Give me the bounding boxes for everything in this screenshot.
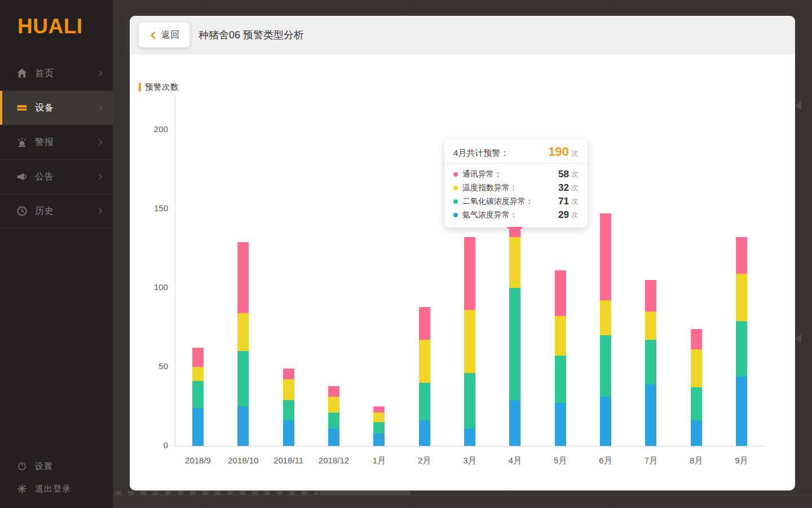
chart-tooltip: 4月共计预警： 190 次 通讯异常：58次温度指数异常：32次二氧化碳浓度异常… [444,139,588,227]
sidebar-menu: 首页设备警报公告历史 [0,56,113,229]
bar-segment[interactable] [328,386,339,397]
bar-segment[interactable] [328,413,339,428]
bar-segment[interactable] [419,421,430,446]
sidebar-item-label: 设备 [35,102,54,114]
tooltip-row-label: 温度指数异常： [462,183,558,193]
tooltip-total-unit: 次 [571,148,579,159]
x-axis-label: 6月 [583,456,628,466]
bar-segment[interactable] [691,349,702,387]
y-axis-label: 0 [134,440,168,450]
bar-segment[interactable] [464,237,475,310]
tooltip-row-unit: 次 [571,169,579,179]
bar-segment[interactable] [419,340,430,383]
legend-dot [453,186,458,190]
sidebar-item-logout[interactable]: 退出登录 [0,478,113,500]
gear-icon [17,484,27,494]
sidebar-item-label: 首页 [35,68,54,80]
sidebar-item-label: 警报 [35,137,54,148]
bar-segment[interactable] [509,288,520,400]
bar-segment[interactable] [237,242,249,313]
bar-segment[interactable] [419,383,430,421]
bar-segment[interactable] [283,400,294,421]
bar-segment[interactable] [373,433,385,446]
bar-segment[interactable] [600,213,611,300]
sidebar-item-home[interactable]: 首页 [0,56,113,91]
bar-segment[interactable] [645,280,656,312]
chevron-right-icon [96,207,105,216]
x-axis-label: 4月 [492,456,537,466]
tooltip-row-label: 二氧化碳浓度异常： [462,196,558,207]
power-icon [17,461,27,471]
bar-segment[interactable] [283,379,294,400]
legend-dot [453,172,458,177]
background-arrow-marker [795,334,801,343]
app-root: HUALI 首页设备警报公告历史 设置退出登录 返回 种猪舍06 预警类型分析 … [0,0,812,508]
legend-dot [453,213,458,217]
tooltip-header: 4月共计预警： 190 次 [444,139,588,164]
x-axis-line [174,446,764,446]
sidebar: HUALI 首页设备警报公告历史 设置退出登录 [0,0,113,508]
x-axis-label: 8月 [674,456,719,466]
bar-segment[interactable] [509,400,520,446]
bar-segment[interactable] [736,376,747,446]
bar-segment[interactable] [464,310,475,373]
bar-segment[interactable] [283,369,294,380]
x-axis-label: 1月 [356,456,401,466]
bar-segment[interactable] [600,397,611,446]
bar-segment[interactable] [328,397,339,413]
bar-segment[interactable] [691,421,702,446]
y-axis-label: 150 [134,203,168,213]
tooltip-row: 氨气浓度异常：29次 [453,208,579,222]
bar-segment[interactable] [691,329,702,349]
bar-segment[interactable] [645,384,656,446]
bar-segment[interactable] [237,313,249,351]
bar-segment[interactable] [645,340,656,384]
x-axis-label: 2月 [402,456,447,466]
bar-segment[interactable] [555,270,566,316]
sidebar-item-alarm[interactable]: 警报 [0,125,113,160]
bar-segment[interactable] [328,428,339,446]
bar-segment[interactable] [192,381,204,408]
bar-segment[interactable] [373,422,385,433]
sidebar-item-announcement[interactable]: 公告 [0,160,113,194]
bar-segment[interactable] [555,356,566,403]
bar-segment[interactable] [555,316,566,356]
x-axis-label: 2018/12 [311,456,356,465]
bar-segment[interactable] [464,373,475,428]
bar-segment[interactable] [237,406,249,446]
bar-segment[interactable] [192,367,204,381]
tooltip-row-unit: 次 [571,183,579,193]
bar-segment[interactable] [237,351,249,406]
background-arrow-marker [795,101,801,110]
tooltip-row-label: 氨气浓度异常： [462,210,558,220]
history-icon [16,205,28,217]
y-axis-label: 50 [134,361,168,371]
bar-segment[interactable] [464,428,475,446]
bar-segment[interactable] [600,300,611,335]
bar-segment[interactable] [736,321,747,376]
bar-segment[interactable] [736,237,747,273]
bar-segment[interactable] [283,421,294,446]
bar-segment[interactable] [736,274,747,321]
bar-segment[interactable] [373,413,385,422]
bar-segment[interactable] [645,312,656,340]
bar-segment[interactable] [509,237,520,288]
sidebar-item-device[interactable]: 设备 [0,91,113,125]
tooltip-title: 4月共计预警： [453,148,509,159]
bar-segment[interactable] [691,387,702,421]
content-card: 返回 种猪舍06 预警类型分析 预警次数 0501001502002018/92… [130,16,795,491]
sidebar-item-label: 公告 [35,171,54,183]
bar-segment[interactable] [192,348,204,367]
tooltip-row-unit: 次 [571,196,579,207]
sidebar-item-history[interactable]: 历史 [0,194,113,229]
chevron-right-icon [96,103,105,112]
bar-segment[interactable] [373,406,385,413]
sidebar-item-settings[interactable]: 设置 [0,455,113,478]
tooltip-row-value: 29 [558,209,569,221]
bar-segment[interactable] [419,307,430,340]
bar-segment[interactable] [600,335,611,397]
bar-segment[interactable] [555,403,566,446]
bar-segment[interactable] [192,408,204,446]
alarm-icon [16,137,28,148]
tooltip-row-value: 58 [558,169,569,180]
